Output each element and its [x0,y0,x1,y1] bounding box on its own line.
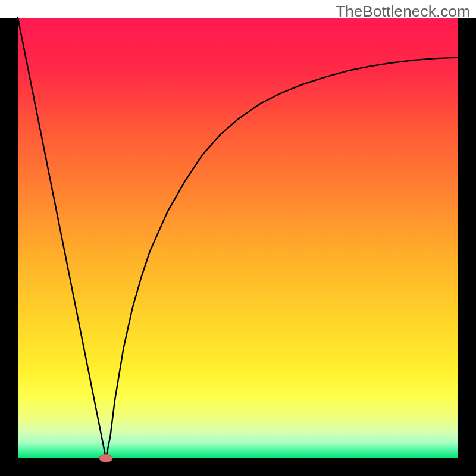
optimum-marker [99,454,112,462]
watermark-text: TheBottleneck.com [336,2,470,21]
chart-canvas: TheBottleneck.com [0,0,476,476]
plot-area [18,18,458,458]
chart-svg [0,0,476,476]
